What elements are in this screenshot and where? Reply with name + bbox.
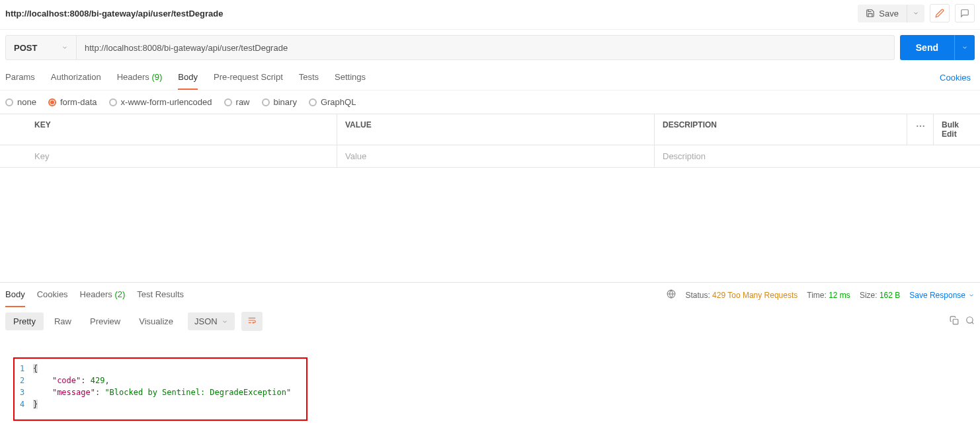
key-input[interactable] <box>34 151 329 161</box>
view-tab-preview[interactable]: Preview <box>82 312 128 330</box>
radio-icon <box>48 98 56 106</box>
cookies-link[interactable]: Cookies <box>940 73 975 83</box>
save-button[interactable]: Save <box>858 5 907 22</box>
body-type-x-www[interactable]: x-www-form-urlencoded <box>109 97 212 107</box>
resp-tab-body[interactable]: Body <box>5 283 25 307</box>
save-response-button[interactable]: Save Response <box>909 291 975 300</box>
radio-icon <box>262 98 270 106</box>
svg-point-1 <box>919 126 920 127</box>
body-type-graphql[interactable]: GraphQL <box>309 97 356 107</box>
time-value: 12 ms <box>829 291 850 300</box>
url-input[interactable] <box>85 43 886 53</box>
tab-headers-count: (9) <box>151 72 162 82</box>
wrap-icon <box>247 316 257 325</box>
tab-settings[interactable]: Settings <box>335 65 366 90</box>
chevron-down-icon <box>968 292 975 299</box>
network-icon[interactable] <box>667 289 676 301</box>
table-row <box>0 145 980 167</box>
desc-input[interactable] <box>663 151 899 161</box>
radio-icon <box>109 98 117 106</box>
tab-authorization[interactable]: Authorization <box>51 65 101 90</box>
tab-headers[interactable]: Headers (9) <box>117 65 163 90</box>
copy-icon <box>950 316 959 325</box>
status-value: 429 Too Many Requests <box>712 291 797 300</box>
send-button[interactable]: Send <box>900 35 954 60</box>
svg-rect-7 <box>953 319 958 324</box>
chevron-down-icon <box>913 10 919 17</box>
size-value: 162 B <box>879 291 900 300</box>
pencil-icon <box>935 9 944 18</box>
tab-prerequest[interactable]: Pre-request Script <box>214 65 283 90</box>
wrap-lines-button[interactable] <box>241 312 263 331</box>
chevron-down-icon <box>61 44 68 51</box>
resp-tab-test-results[interactable]: Test Results <box>137 283 184 307</box>
view-tab-pretty[interactable]: Pretty <box>5 312 44 330</box>
time-group[interactable]: Time: 12 ms <box>807 291 850 300</box>
svg-point-8 <box>967 317 973 323</box>
radio-icon <box>5 98 13 106</box>
copy-button[interactable] <box>950 316 959 327</box>
tab-params[interactable]: Params <box>5 65 35 90</box>
search-icon <box>965 316 975 325</box>
method-label: POST <box>14 43 37 53</box>
tab-tests[interactable]: Tests <box>299 65 319 90</box>
svg-point-2 <box>922 126 924 127</box>
radio-icon <box>309 98 317 106</box>
col-desc-header: DESCRIPTION <box>655 114 907 145</box>
body-type-form-data[interactable]: form-data <box>48 97 97 107</box>
response-body[interactable]: 1{ 2 "code": 429, 3 "message": "Blocked … <box>13 357 307 421</box>
view-tab-raw[interactable]: Raw <box>46 312 79 330</box>
resp-tab-headers-count: (2) <box>114 289 125 299</box>
save-label: Save <box>879 9 899 18</box>
resp-tab-headers-label: Headers <box>80 289 112 299</box>
request-title: http://localhost:8008/bi-gateway/api/use… <box>5 9 223 18</box>
svg-point-0 <box>917 126 918 127</box>
method-selector[interactable]: POST <box>5 35 77 60</box>
chevron-down-icon <box>222 318 228 325</box>
col-key-header: KEY <box>26 114 337 145</box>
edit-button[interactable] <box>930 4 950 22</box>
send-dropdown[interactable] <box>954 35 975 60</box>
col-value-header: VALUE <box>337 114 655 145</box>
format-label: JSON <box>194 316 218 326</box>
form-data-table: KEY VALUE DESCRIPTION Bulk Edit <box>0 114 980 168</box>
save-icon <box>866 9 875 18</box>
resp-tab-cookies[interactable]: Cookies <box>37 283 68 307</box>
tab-body[interactable]: Body <box>178 65 198 90</box>
chevron-down-icon <box>961 44 968 51</box>
svg-line-9 <box>972 322 974 324</box>
bulk-edit-button[interactable]: Bulk Edit <box>934 114 980 145</box>
search-button[interactable] <box>965 316 975 327</box>
col-options[interactable] <box>907 114 934 145</box>
body-type-binary[interactable]: binary <box>262 97 297 107</box>
value-input[interactable] <box>345 151 646 161</box>
size-group[interactable]: Size: 162 B <box>860 291 900 300</box>
tab-headers-label: Headers <box>117 72 149 82</box>
view-tab-visualize[interactable]: Visualize <box>131 312 181 330</box>
radio-icon <box>224 98 232 106</box>
status-group[interactable]: Status: 429 Too Many Requests <box>685 291 797 300</box>
comment-button[interactable] <box>955 4 975 22</box>
comment-icon <box>960 9 969 18</box>
body-type-raw[interactable]: raw <box>224 97 250 107</box>
save-dropdown[interactable] <box>907 5 924 22</box>
more-icon <box>916 125 925 127</box>
resp-tab-headers[interactable]: Headers (2) <box>80 283 126 307</box>
url-field-wrap <box>77 35 895 60</box>
col-check <box>0 114 26 145</box>
body-type-none[interactable]: none <box>5 97 36 107</box>
format-selector[interactable]: JSON <box>188 312 235 330</box>
